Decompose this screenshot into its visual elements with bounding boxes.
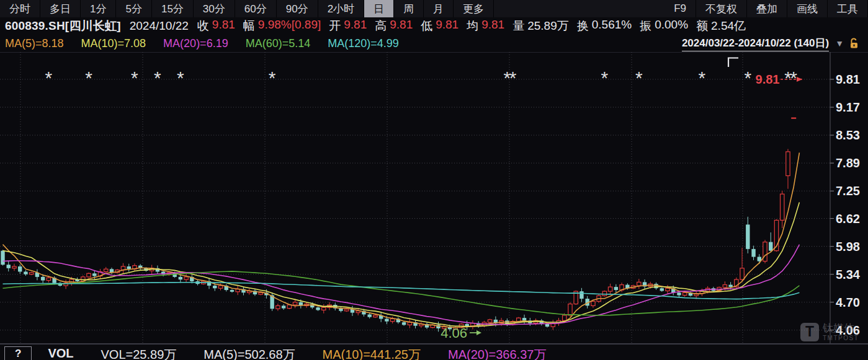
volume-indicator-bar: ? VOL VOL=25.89万MA(5)=502.68万MA(10)=441.… <box>0 344 868 360</box>
ma-value-label: MA(10)=7.08 <box>81 37 146 50</box>
vol-values-group: VOL=25.89万MA(5)=502.68万MA(10)=441.25万MA(… <box>74 345 547 360</box>
y-axis-label: 7.89 <box>836 156 860 170</box>
one-price-candle <box>791 118 796 119</box>
grid-layer <box>0 52 868 344</box>
date-range-wrap: 2024/03/22-2024/10/22 (140日) ▼ <box>682 36 859 51</box>
event-star-icon: * <box>177 68 184 88</box>
low-price-annotation: 4.06 <box>441 325 467 341</box>
ma-indicator-bar: MA(5)=8.18MA(10)=7.08MA(20)=6.19MA(60)=5… <box>0 35 868 52</box>
help-button[interactable]: ? <box>4 346 32 360</box>
period-tab[interactable]: 1分 <box>81 0 116 17</box>
toolbar-button[interactable]: F9 <box>664 0 696 17</box>
ma-value-label: MA(60)=5.14 <box>246 37 311 50</box>
quote-field-value: 2.54亿 <box>711 18 746 34</box>
y-axis-label: 5.34 <box>836 268 861 281</box>
period-tab[interactable]: 60分 <box>235 0 277 17</box>
period-tab[interactable]: 30分 <box>194 0 235 17</box>
tabbar-spacer <box>494 0 664 17</box>
ma-value-label: MA(120)=4.99 <box>328 37 399 50</box>
event-star-icon: * <box>635 68 643 88</box>
vol-value-label: MA(20)=366.37万 <box>448 346 546 360</box>
quote-field-label: 开 <box>329 18 341 34</box>
unlocked-padlock-icon[interactable] <box>849 38 859 49</box>
period-tab[interactable]: 90分 <box>277 0 318 17</box>
tmtpost-logo-icon: T <box>800 323 819 341</box>
stock-info-bar: 600839.SH[四川长虹] 2024/10/22 收9.81幅9.98%[0… <box>0 17 868 35</box>
y-axis-label: 6.62 <box>836 212 860 226</box>
period-tab[interactable]: 2小时 <box>318 0 364 17</box>
period-tab[interactable]: 周 <box>394 0 424 17</box>
watermark-en: TMTPOST <box>823 335 859 342</box>
quote-field-value: 9.81 <box>436 18 459 34</box>
period-tab[interactable]: 日 <box>364 0 394 17</box>
ma10-line <box>3 203 800 327</box>
chevron-down-icon[interactable]: ▼ <box>835 38 844 48</box>
quote-field-label: 高 <box>375 18 387 34</box>
quote-field: 换0.561% <box>577 18 632 34</box>
period-tab[interactable]: 多日 <box>40 0 81 17</box>
event-star-icon: * <box>509 68 517 88</box>
event-star-icon: * <box>85 68 92 88</box>
period-tab[interactable]: 更多 <box>454 0 494 17</box>
quote-field-label: 额 <box>696 18 708 34</box>
vol-pane-title: VOL <box>48 346 73 360</box>
quote-field-value: 9.81 <box>390 18 413 34</box>
y-axis-label: 7.25 <box>836 184 860 198</box>
quote-field-label: 收 <box>197 18 209 34</box>
event-star-icon: * <box>269 68 276 88</box>
quote-field: 均9.81 <box>467 18 504 34</box>
quote-field-value: 0.00% <box>655 18 688 34</box>
quote-field-value: 9.81 <box>212 18 235 34</box>
stock-chart-app: 分时多日1分5分15分30分60分90分2小时日周月更多 F9不复权叠加画线工具… <box>0 0 868 360</box>
period-tab[interactable]: 分时 <box>0 0 40 17</box>
event-star-icon: * <box>601 68 609 88</box>
quote-field-value: 0.561% <box>592 18 632 34</box>
period-tab[interactable]: 月 <box>424 0 454 17</box>
event-star-icon: * <box>790 68 797 88</box>
period-tab[interactable]: 5分 <box>116 0 151 17</box>
quote-field-value: 9.81 <box>344 18 367 34</box>
quote-date: 2024/10/22 <box>130 19 189 33</box>
toolbar-button[interactable]: 画线 <box>787 0 828 17</box>
event-star-icon: * <box>131 68 138 88</box>
stock-symbol: 600839.SH[四川长虹] <box>5 18 121 34</box>
ma-values-group: MA(5)=8.18MA(10)=7.08MA(20)=6.19MA(60)=5… <box>5 37 416 50</box>
y-axis-label: 5.98 <box>836 240 860 253</box>
quote-field: 收9.81 <box>197 18 235 34</box>
date-range-link[interactable]: 2024/03/22-2024/10/22 (140日) <box>682 36 829 51</box>
quote-field-label: 换 <box>577 18 589 34</box>
quote-field-label: 低 <box>421 18 432 34</box>
quote-field: 开9.81 <box>329 18 367 34</box>
period-tabbar: 分时多日1分5分15分30分60分90分2小时日周月更多 F9不复权叠加画线工具 <box>0 0 868 18</box>
y-axis-layer: 9.819.178.537.897.256.625.985.344.704.06 <box>830 72 861 337</box>
event-star-icon: * <box>699 68 706 88</box>
toolbar-button[interactable]: 工具 <box>828 0 868 17</box>
ma-value-label: MA(5)=8.18 <box>5 37 64 50</box>
quote-field: 高9.81 <box>375 18 413 34</box>
quote-field-label: 幅 <box>243 18 255 34</box>
watermark-cn: 钛媒体 <box>823 322 859 335</box>
period-tab[interactable]: 15分 <box>152 0 194 17</box>
y-axis-label: 9.17 <box>836 100 860 114</box>
last-price-annotation: 9.81 <box>756 72 780 86</box>
annotations-layer: 9.814.06 <box>441 72 802 341</box>
y-axis-label: 4.70 <box>836 296 860 309</box>
y-axis-label: 9.81 <box>836 72 860 86</box>
toolbar-button[interactable]: 不复权 <box>696 0 747 17</box>
quote-field: 量25.89万 <box>512 18 569 34</box>
quote-fields-group: 收9.81幅9.98%[0.89]开9.81高9.81低9.81均9.81量25… <box>197 18 754 34</box>
event-markers-layer: ************** <box>45 68 798 88</box>
ma5-line <box>3 152 800 327</box>
quote-field-label: 均 <box>467 18 478 34</box>
toolbar-button[interactable]: 叠加 <box>747 0 787 17</box>
y-axis-label: 8.53 <box>836 128 860 142</box>
tmtpost-watermark: T 钛媒体 TMTPOST <box>800 322 859 341</box>
event-star-icon: * <box>45 68 53 88</box>
period-tabs-group: 分时多日1分5分15分30分60分90分2小时日周月更多 <box>0 0 494 17</box>
ma-value-label: MA(20)=6.19 <box>163 37 228 50</box>
candles-layer <box>1 79 802 331</box>
candlestick-chart[interactable]: 9.814.06**************9.819.178.537.897.… <box>0 52 868 344</box>
quote-field-value: 25.89万 <box>527 18 569 34</box>
ma20-line <box>3 245 800 325</box>
toolbar-buttons-group: F9不复权叠加画线工具 <box>664 0 868 17</box>
